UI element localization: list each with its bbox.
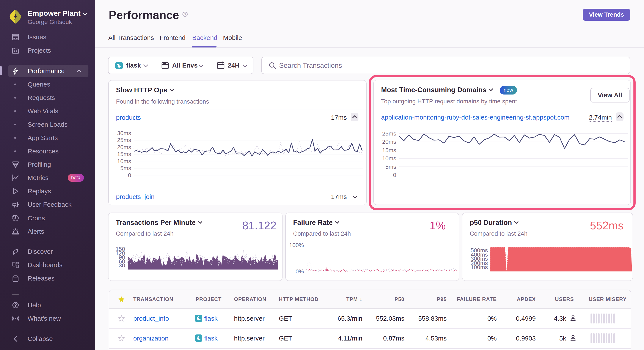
svg-text:0%: 0% <box>296 268 304 275</box>
svg-text:100%: 100% <box>289 242 304 248</box>
svg-text:30ms: 30ms <box>117 130 131 136</box>
svg-text:30: 30 <box>118 262 125 269</box>
svg-text:25ms: 25ms <box>117 137 131 143</box>
svg-text:0: 0 <box>128 172 131 178</box>
svg-text:100ms: 100ms <box>470 264 488 270</box>
svg-text:20ms: 20ms <box>117 144 131 150</box>
svg-text:15ms: 15ms <box>117 151 131 157</box>
svg-text:5ms: 5ms <box>120 165 131 171</box>
svg-text:10ms: 10ms <box>117 158 131 164</box>
